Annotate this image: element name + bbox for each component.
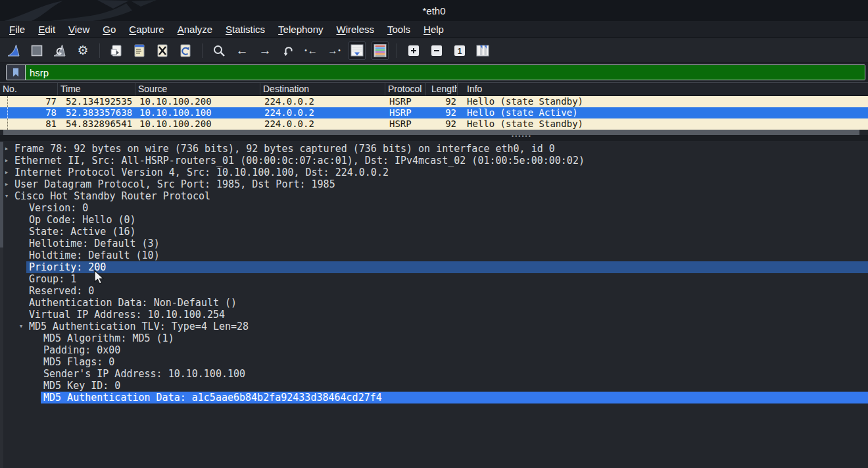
detail-md5-key-id[interactable]: MD5 Key ID: 0 [41,380,868,392]
go-forward-button[interactable]: → [256,41,274,60]
column-header-destination[interactable]: Destination [260,83,385,95]
expander-collapsed-icon[interactable]: ▸ [3,167,11,178]
packet-row-78-selected[interactable]: 78 52.383357638 10.10.100.100 224.0.0.2 … [0,107,868,118]
detail-md5-padding[interactable]: Padding: 0x00 [41,344,868,356]
menu-edit[interactable]: Edit [32,22,62,36]
search-icon [212,43,226,58]
menu-help[interactable]: Help [417,22,450,36]
last-packet-button[interactable]: →• [326,41,343,60]
close-capture-file-button[interactable] [154,41,171,60]
toolbar-separator [99,43,100,58]
menu-view[interactable]: View [62,22,96,36]
column-header-length[interactable]: Length [426,83,458,95]
save-capture-file-button[interactable] [131,41,148,60]
auto-scroll-list-icon [349,43,365,59]
stop-square-icon [29,43,45,59]
expander-collapsed-icon[interactable]: ▸ [3,155,11,167]
packet-row-81[interactable]: 81 54.832896541 10.10.100.200 224.0.0.2 … [0,118,868,130]
splitter-handle-icon: •••••• [512,133,532,140]
start-capture-button[interactable] [5,41,22,60]
column-header-source[interactable]: Source [135,83,260,95]
detail-hsrp-auth-data[interactable]: Authentication Data: Non-Default () [26,297,868,309]
zoom-one-icon: 1 [452,43,468,59]
scrollbar-thumb[interactable] [3,130,859,135]
detail-md5-sender-ip[interactable]: Sender's IP Address: 10.10.100.100 [41,368,868,380]
go-to-packet-button[interactable] [279,41,297,60]
filter-bar [0,63,868,82]
detail-hsrp-opcode[interactable]: Op Code: Hello (0) [26,214,868,226]
detail-hsrp-version[interactable]: Version: 0 [26,202,868,214]
zoom-original-button[interactable]: 1 [451,41,468,60]
toolbar-separator [397,43,397,58]
menu-go[interactable]: Go [96,22,122,36]
packet-list-header: No. Time Source Destination Protocol Len… [0,82,868,96]
expander-collapsed-icon[interactable]: ▸ [3,143,11,155]
packet-list-horizontal-scrollbar[interactable] [0,130,868,135]
detail-hsrp-holdtime[interactable]: Holdtime: Default (10) [26,249,868,261]
expander-collapsed-icon[interactable]: ▸ [3,178,11,190]
detail-hsrp-virtual-ip[interactable]: Virtual IP Address: 10.10.100.254 [26,309,868,321]
zoom-out-icon [429,43,445,59]
menu-telephony[interactable]: Telephony [272,22,329,36]
detail-hsrp-reserved[interactable]: Reserved: 0 [26,285,868,297]
detail-md5-tlv[interactable]: ▾MD5 Authentication TLV: Type=4 Len=28 [26,321,868,332]
first-packet-button[interactable]: •← [302,41,320,60]
file-close-icon [155,43,170,59]
detail-hsrp-hellotime[interactable]: Hellotime: Default (3) [26,238,868,249]
reload-capture-file-button[interactable] [177,41,194,60]
detail-ethernet[interactable]: ▸Ethernet II, Src: All-HSRP-routers_01 (… [12,155,868,167]
detail-udp[interactable]: ▸User Datagram Protocol, Src Port: 1985,… [12,178,868,190]
capture-options-button[interactable]: ⚙ [74,41,91,60]
colorize-list-icon [372,43,388,59]
column-header-time[interactable]: Time [58,83,135,95]
window-title: *eth0 [0,0,868,21]
open-capture-file-button[interactable] [108,41,125,60]
expander-expanded-icon[interactable]: ▾ [17,321,25,332]
detail-frame[interactable]: ▸Frame 78: 92 bytes on wire (736 bits), … [12,143,868,155]
go-back-button[interactable]: ← [233,41,251,60]
detail-hsrp-priority-highlighted[interactable]: Priority: 200 [26,261,868,273]
packet-row-77[interactable]: 77 52.134192535 10.10.100.200 224.0.0.2 … [0,96,868,107]
find-packet-button[interactable] [210,41,228,60]
menu-tools[interactable]: Tools [381,22,417,36]
detail-md5-algorithm[interactable]: MD5 Algorithm: MD5 (1) [41,332,868,344]
colorize-packets-button[interactable] [372,41,389,60]
display-filter-field[interactable] [6,65,865,80]
detail-ip[interactable]: ▸Internet Protocol Version 4, Src: 10.10… [12,167,868,178]
resize-columns-icon [475,43,491,59]
resize-columns-button[interactable] [474,41,491,60]
zoom-in-button[interactable] [405,41,422,60]
expander-expanded-icon[interactable]: ▾ [3,190,11,202]
detail-md5-auth-data-selected[interactable]: MD5 Authentication Data: a1c5aae6b84b2fa… [41,392,868,403]
column-header-info[interactable]: Info [458,83,868,95]
menu-analyze[interactable]: Analyze [171,22,219,36]
menu-statistics[interactable]: Statistics [219,22,272,36]
detail-hsrp-group[interactable]: Group: 1 [26,273,868,285]
svg-text:1: 1 [458,46,462,55]
arrow-to-last-icon: →• [327,45,341,55]
column-header-no[interactable]: No. [0,83,58,95]
zoom-out-button[interactable] [428,41,445,60]
detail-hsrp[interactable]: ▾Cisco Hot Standby Router Protocol [12,190,868,202]
packet-details-pane: ▸Frame 78: 92 bytes on wire (736 bits), … [0,141,868,468]
toolbar-separator [202,43,203,58]
display-filter-input[interactable] [26,65,865,80]
title-bar: *eth0 [0,0,868,21]
file-binary-icon [132,43,147,59]
filter-bookmark-button[interactable] [7,65,26,80]
arrow-to-first-icon: •← [304,45,318,55]
menu-capture[interactable]: Capture [122,22,170,36]
zoom-in-icon [406,43,422,59]
file-reload-icon [178,43,193,59]
menu-wireless[interactable]: Wireless [330,22,381,36]
auto-scroll-button[interactable] [349,41,366,60]
detail-md5-flags[interactable]: MD5 Flags: 0 [41,356,868,368]
stop-capture-button[interactable] [28,41,45,60]
column-header-protocol[interactable]: Protocol [385,83,426,95]
detail-hsrp-state[interactable]: State: Active (16) [26,226,868,238]
menu-bar: File Edit View Go Capture Analyze Statis… [0,21,868,38]
restart-capture-button[interactable] [51,41,68,60]
menu-file[interactable]: File [3,22,32,36]
shark-fin-icon [6,43,22,59]
pane-splitter[interactable]: •••••• [0,135,868,141]
